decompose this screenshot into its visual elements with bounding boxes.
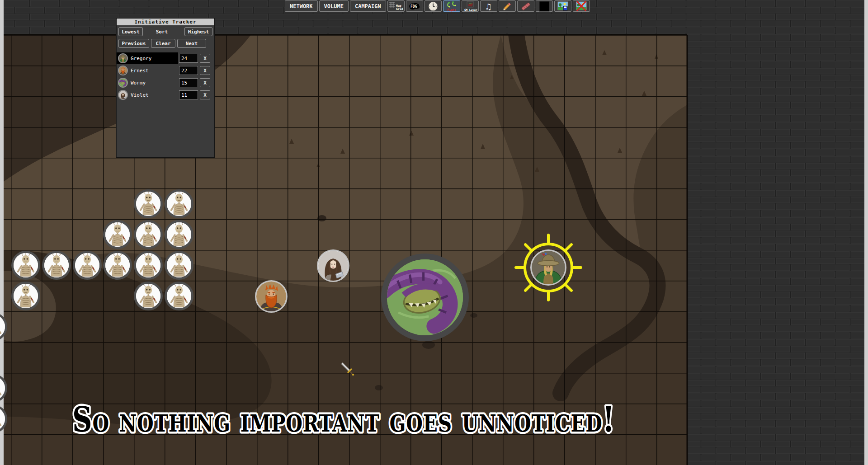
initiative-row-label: Ernest [117,65,178,76]
music-button[interactable]: ♫ [480,0,497,12]
music-icon: ♫ [483,1,494,12]
remove-combatant-button[interactable]: X [200,90,210,99]
token-skeleton[interactable] [73,251,102,280]
eraser-button[interactable] [517,0,534,12]
campaign-button[interactable]: CAMPAIGN [350,0,386,12]
highest-button[interactable]: Highest [184,27,212,36]
initiative-tracker-panel[interactable]: Initiative Tracker Lowest Sort Highest P… [116,18,215,158]
ernest-avatar-icon [118,66,128,75]
token-skeleton[interactable] [11,251,40,280]
initiative-name: Ernest [131,68,149,74]
pencil-icon [502,1,513,12]
initiative-value-input[interactable] [179,90,198,99]
initiative-list: GregoryXErnestXWormyXVioletX [117,52,214,101]
delete-image-button[interactable] [573,0,590,12]
fog-button[interactable]: FOG [406,0,423,12]
wormy-avatar-icon [118,78,128,88]
svg-text:FOG: FOG [410,5,417,9]
token-skeleton[interactable] [134,251,163,280]
initiative-row-label: Wormy [117,77,178,89]
pencil-button[interactable] [499,0,516,12]
fight-button[interactable]: Fight [443,0,460,12]
black-square-icon [539,1,550,12]
next-button[interactable]: Next [177,39,206,48]
vtt-app: So nothing important goes unnoticed! NET… [0,0,868,465]
top-toolbar: NETWORKVOLUMECAMPAIGNMapGridFOGFightGM L… [285,0,590,12]
violet-avatar-icon [118,90,128,100]
initiative-row-label: Gregory [117,52,178,64]
token-skeleton[interactable] [42,251,71,280]
sort-label: Sort [148,27,175,36]
volume-button[interactable]: VOLUME [319,0,349,12]
image-save-icon [557,1,568,12]
initiative-row-violet[interactable]: VioletX [117,89,214,101]
map-grid-button[interactable]: MapGrid [387,0,405,12]
svg-text:GM Layer: GM Layer [464,8,477,12]
map-grid-icon: MapGrid [388,1,404,12]
svg-text:Fight: Fight [447,8,456,12]
initiative-row-gregory[interactable]: GregoryX [117,52,214,64]
initiative-value-input[interactable] [179,78,198,87]
previous-button[interactable]: Previous [118,39,149,48]
token-skeleton[interactable] [134,220,163,249]
token-violet[interactable] [317,249,349,282]
token-skeleton[interactable] [165,189,193,218]
initiative-value-input[interactable] [179,54,198,63]
token-skeleton[interactable] [165,282,193,310]
clear-button[interactable]: Clear [151,39,175,48]
initiative-name: Violet [131,92,149,98]
remove-combatant-button[interactable]: X [200,66,210,75]
clock-button[interactable] [425,0,442,12]
token-gregory[interactable] [530,249,566,286]
token-wormy[interactable] [381,254,469,341]
initiative-row-label: Violet [117,89,178,101]
fight-icon: Fight [445,1,458,12]
clock-icon [428,1,439,12]
gregory-avatar-icon [118,53,128,63]
gm-layer-icon: GM Layer [463,1,477,12]
gm-layer-button[interactable]: GM Layer [462,0,479,12]
token-skeleton[interactable] [165,251,193,280]
token-skeleton[interactable] [11,282,40,310]
texture-swatch-button[interactable] [536,0,553,12]
svg-text:Grid: Grid [396,7,403,11]
token-skeleton[interactable] [165,220,193,249]
remove-combatant-button[interactable]: X [200,78,210,87]
token-skeleton[interactable] [103,220,132,249]
map-grid [4,35,687,465]
svg-text:♫: ♫ [485,2,492,11]
token-skeleton[interactable] [134,282,163,310]
initiative-name: Gregory [131,56,151,61]
fog-icon: FOG [407,1,422,12]
token-skeleton[interactable] [134,189,163,218]
eraser-icon [520,1,531,12]
lowest-button[interactable]: Lowest [118,27,143,36]
brick-wall-right [687,0,864,465]
initiative-tracker-title: Initiative Tracker [117,19,214,25]
network-button[interactable]: NETWORK [285,0,318,12]
token-skeleton[interactable] [103,251,132,280]
initiative-name: Wormy [131,80,146,86]
token-ernest[interactable] [255,280,288,313]
initiative-row-wormy[interactable]: WormyX [117,77,214,89]
image-delete-icon [576,1,587,12]
remove-combatant-button[interactable]: X [200,54,210,63]
initiative-row-ernest[interactable]: ErnestX [117,65,214,76]
save-image-button[interactable] [554,0,571,12]
initiative-value-input[interactable] [179,66,198,75]
